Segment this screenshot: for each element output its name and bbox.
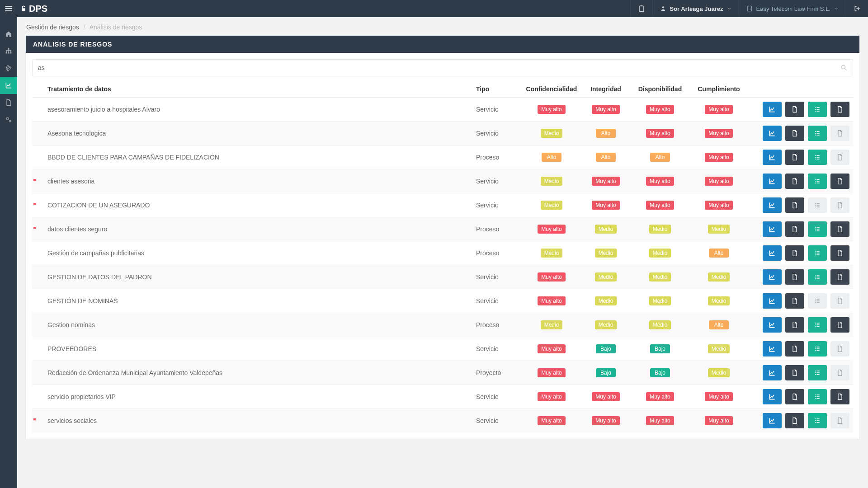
row-list-button[interactable] (808, 126, 827, 141)
row-report-button[interactable] (830, 269, 849, 285)
col-tipo[interactable]: Tipo (472, 81, 522, 98)
nav-docs[interactable] (0, 94, 17, 111)
row-doc-button[interactable] (785, 197, 804, 213)
logo[interactable]: DPS (20, 4, 47, 14)
row-doc-button[interactable] (785, 245, 804, 261)
row-doc-button-icon (791, 273, 798, 281)
row-list-button-icon (814, 321, 821, 328)
search-icon[interactable] (840, 64, 848, 71)
row-chart-button[interactable] (763, 126, 782, 141)
row-chart-button-icon (769, 106, 776, 113)
risk-badge: Bajo (650, 344, 670, 353)
row-report-button[interactable] (830, 102, 849, 117)
row-doc-button[interactable] (785, 413, 804, 428)
row-report-button (830, 126, 849, 141)
row-report-button[interactable] (830, 317, 849, 333)
logout-button[interactable] (846, 0, 868, 17)
cell-name: Gestion nominas (44, 313, 472, 337)
row-doc-button[interactable] (785, 102, 804, 117)
row-report-button[interactable] (830, 174, 849, 189)
row-doc-button[interactable] (785, 126, 804, 141)
col-confidencialidad[interactable]: Confidencialidad (522, 81, 581, 98)
row-doc-button[interactable] (785, 317, 804, 333)
row-list-button[interactable] (808, 174, 827, 189)
search-input[interactable] (32, 59, 853, 76)
row-doc-button[interactable] (785, 150, 804, 165)
row-doc-button[interactable] (785, 341, 804, 357)
row-chart-button[interactable] (763, 413, 782, 428)
row-report-button[interactable] (830, 221, 849, 237)
cell-tipo: Proceso (472, 145, 522, 169)
row-chart-button[interactable] (763, 245, 782, 261)
cell-name: Redacción de Ordenanza Municipal Ayuntam… (44, 361, 472, 385)
row-doc-button[interactable] (785, 293, 804, 309)
nav-settings[interactable] (0, 111, 17, 128)
chart-icon (5, 82, 12, 89)
row-list-button[interactable] (808, 341, 827, 357)
row-doc-button-icon (791, 225, 798, 233)
row-chart-button-icon (769, 202, 776, 209)
breadcrumb-root[interactable]: Gestión de riesgos (26, 23, 79, 31)
row-chart-button[interactable] (763, 150, 782, 165)
col-disponibilidad[interactable]: Disponibilidad (631, 81, 689, 98)
row-doc-button[interactable] (785, 389, 804, 404)
risk-badge: Muy alto (705, 177, 732, 186)
nav-analytics[interactable] (0, 77, 17, 94)
risk-badge: Muy alto (705, 129, 732, 138)
table-row: servicio propietarios VIPServicioMuy alt… (32, 385, 853, 409)
col-tratamiento[interactable]: Tratamiento de datos (44, 81, 472, 98)
row-doc-button[interactable] (785, 365, 804, 380)
row-report-button (830, 150, 849, 165)
row-list-button[interactable] (808, 317, 827, 333)
nav-sitemap[interactable] (0, 42, 17, 60)
company-menu[interactable]: Easy Telecom Law Firm S.L. (739, 0, 846, 17)
cogs-icon (5, 116, 12, 123)
risk-badge: Muy alto (646, 177, 674, 186)
row-list-button[interactable] (808, 413, 827, 428)
row-list-button[interactable] (808, 221, 827, 237)
row-report-button-icon (836, 178, 844, 185)
risk-badge: Muy alto (705, 416, 732, 425)
row-chart-button[interactable] (763, 197, 782, 213)
row-doc-button-icon (791, 393, 798, 400)
row-list-button[interactable] (808, 389, 827, 404)
row-report-button[interactable] (830, 389, 849, 404)
risk-badge: Alto (709, 320, 729, 329)
row-chart-button[interactable] (763, 317, 782, 333)
clipboard-button[interactable] (630, 0, 652, 17)
row-list-button[interactable] (808, 269, 827, 285)
row-chart-button-icon (769, 154, 776, 161)
nav-home[interactable] (0, 25, 17, 42)
row-chart-button[interactable] (763, 174, 782, 189)
user-menu[interactable]: Sor Arteaga Juarez (652, 0, 739, 17)
document-icon (5, 99, 12, 106)
row-doc-button[interactable] (785, 221, 804, 237)
cell-name: PROVEEDORES (44, 337, 472, 361)
row-chart-button[interactable] (763, 389, 782, 404)
row-chart-button[interactable] (763, 365, 782, 380)
row-chart-button[interactable] (763, 293, 782, 309)
row-list-button[interactable] (808, 365, 827, 380)
row-list-button[interactable] (808, 102, 827, 117)
row-doc-button[interactable] (785, 174, 804, 189)
nav-recycle[interactable] (0, 60, 17, 77)
row-list-button[interactable] (808, 245, 827, 261)
row-list-button[interactable] (808, 150, 827, 165)
user-icon (660, 5, 666, 12)
row-chart-button[interactable] (763, 102, 782, 117)
flag-icon (32, 418, 44, 424)
col-cumplimiento[interactable]: Cumplimiento (689, 81, 748, 98)
table-row: Asesoria tecnologicaServicioMedioAltoMuy… (32, 122, 853, 145)
menu-toggle[interactable] (0, 0, 17, 17)
row-report-button[interactable] (830, 245, 849, 261)
table-row: Gestion nominasProcesoMedioMedioMedioAlt… (32, 313, 853, 337)
row-doc-button[interactable] (785, 269, 804, 285)
row-chart-button-icon (769, 225, 776, 233)
col-integridad[interactable]: Integridad (581, 81, 631, 98)
row-chart-button[interactable] (763, 269, 782, 285)
risk-badge: Medio (541, 177, 563, 186)
row-chart-button[interactable] (763, 341, 782, 357)
row-report-button-icon (836, 249, 844, 257)
row-list-button-icon (814, 225, 821, 233)
row-chart-button[interactable] (763, 221, 782, 237)
